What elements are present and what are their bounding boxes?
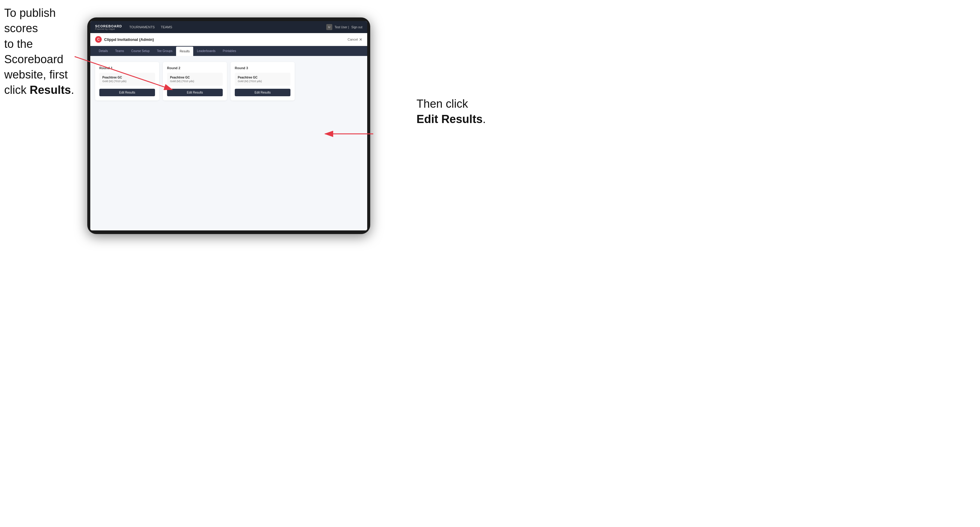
round-2-title: Round 2: [167, 66, 223, 70]
course-name-3: Peachtree GC: [238, 76, 288, 79]
tab-course-setup[interactable]: Course Setup: [127, 46, 153, 56]
nav-links: TOURNAMENTS TEAMS: [129, 24, 326, 30]
instruction-left: To publish scores to the Scoreboard webs…: [4, 5, 89, 98]
course-detail-3: Gold (M) (7010 yds): [238, 80, 288, 83]
signout-link[interactable]: Sign out: [351, 25, 363, 29]
logo-sub: Powered by clippd: [95, 28, 122, 30]
tournament-icon: C: [95, 36, 102, 43]
user-label: Test User |: [335, 25, 349, 29]
edit-results-btn-1[interactable]: Edit Results: [99, 89, 155, 96]
tournament-title: Clippd Invitational (Admin): [104, 37, 154, 42]
close-icon: ✕: [359, 37, 363, 42]
tab-leaderboards[interactable]: Leaderboards: [193, 46, 219, 56]
tab-tee-groups[interactable]: Tee Groups: [153, 46, 176, 56]
tablet-screen: SCOREBOARD Powered by clippd TOURNAMENTS…: [90, 21, 367, 230]
instruction-right: Then click Edit Results.: [417, 96, 486, 127]
course-card-1: Peachtree GC Gold (M) (7010 yds): [99, 73, 155, 86]
tab-results[interactable]: Results: [176, 47, 193, 56]
tablet-frame: SCOREBOARD Powered by clippd TOURNAMENTS…: [87, 17, 370, 234]
edit-results-btn-3[interactable]: Edit Results: [235, 89, 290, 96]
course-card-2: Peachtree GC Gold (M) (7010 yds): [167, 73, 223, 86]
main-content: Round 1 Peachtree GC Gold (M) (7010 yds)…: [90, 56, 367, 230]
nav-teams[interactable]: TEAMS: [161, 24, 172, 30]
nav-tournaments[interactable]: TOURNAMENTS: [129, 24, 155, 30]
tab-details[interactable]: Details: [95, 46, 112, 56]
scoreboard-logo: SCOREBOARD Powered by clippd: [95, 24, 122, 30]
tab-teams[interactable]: Teams: [112, 46, 127, 56]
course-name-1: Peachtree GC: [102, 76, 152, 79]
tournament-title-row: C Clippd Invitational (Admin): [95, 36, 154, 43]
round-card-1: Round 1 Peachtree GC Gold (M) (7010 yds)…: [95, 62, 159, 100]
tab-bar: Details Teams Course Setup Tee Groups Re…: [90, 46, 367, 56]
top-nav: SCOREBOARD Powered by clippd TOURNAMENTS…: [90, 21, 367, 33]
tab-printables[interactable]: Printables: [219, 46, 240, 56]
user-avatar: U: [326, 24, 332, 30]
nav-right: U Test User | Sign out: [326, 24, 363, 30]
edit-results-btn-2[interactable]: Edit Results: [167, 89, 223, 96]
cancel-button[interactable]: Cancel ✕: [348, 37, 363, 42]
round-1-title: Round 1: [99, 66, 155, 70]
round-card-2: Round 2 Peachtree GC Gold (M) (7010 yds)…: [163, 62, 227, 100]
empty-column: [298, 62, 363, 100]
rounds-grid: Round 1 Peachtree GC Gold (M) (7010 yds)…: [95, 62, 363, 100]
tournament-header: C Clippd Invitational (Admin) Cancel ✕: [90, 33, 367, 46]
course-card-3: Peachtree GC Gold (M) (7010 yds): [235, 73, 290, 86]
course-name-2: Peachtree GC: [170, 76, 220, 79]
course-detail-1: Gold (M) (7010 yds): [102, 80, 152, 83]
logo-main: SCOREBOARD: [95, 24, 122, 28]
round-card-3: Round 3 Peachtree GC Gold (M) (7010 yds)…: [231, 62, 295, 100]
round-3-title: Round 3: [235, 66, 290, 70]
course-detail-2: Gold (M) (7010 yds): [170, 80, 220, 83]
